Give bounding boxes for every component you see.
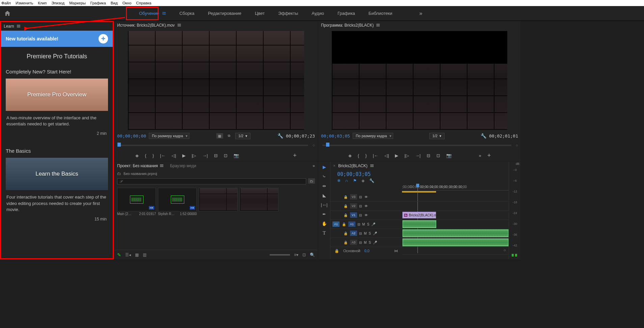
workspace-libraries[interactable]: Библиотеки (369, 11, 392, 16)
play-icon[interactable]: ▶ (182, 153, 186, 158)
wrench-icon[interactable]: 🔧 (277, 133, 283, 139)
audio-clip[interactable] (402, 238, 509, 246)
tutorial-card-basics[interactable]: Learn the Basics Four interactive tutori… (6, 158, 108, 221)
audio-clip[interactable] (402, 229, 509, 237)
eye-icon[interactable]: 👁 (364, 213, 369, 217)
plus-circle-icon[interactable]: + (99, 34, 108, 43)
extract-icon[interactable]: ⊡ (436, 153, 440, 158)
sequence-name[interactable]: Bricks2(BLACK) (338, 163, 368, 168)
track-header-a3[interactable]: 🔒A3⊟MS🎤 (330, 238, 402, 247)
hamburger-icon[interactable] (370, 165, 374, 167)
track-content-area[interactable]: fxBricks2(BLACK).mov ○ (402, 192, 509, 259)
zoom-slider[interactable] (270, 254, 290, 256)
icon-view-icon[interactable]: ▦ (135, 252, 139, 257)
mute-icon[interactable]: M (364, 232, 367, 235)
workspace-effects[interactable]: Эффекты (278, 11, 298, 16)
pen-tool-icon[interactable]: ✒ (320, 211, 328, 217)
go-to-in-icon[interactable]: |← (160, 153, 165, 158)
overwrite-icon[interactable]: ⊡ (224, 153, 227, 158)
export-frame-icon[interactable]: 📷 (446, 153, 452, 158)
track-lane-v3[interactable] (402, 192, 509, 202)
learn-tab-label[interactable]: Learn (4, 24, 14, 29)
program-fit-dropdown[interactable]: По размеру кадра (353, 133, 393, 139)
hand-tool-icon[interactable]: ✋ (320, 220, 328, 227)
lock-icon[interactable]: 🔒 (343, 241, 348, 244)
workspace-color[interactable]: Цвет (255, 11, 265, 16)
toggle-output-icon[interactable]: ⊟ (359, 195, 362, 199)
source-fit-dropdown[interactable]: По размеру кадра (149, 133, 189, 139)
step-fwd-icon[interactable]: |▷ (404, 153, 409, 158)
lock-icon[interactable]: 🔒 (343, 232, 348, 235)
grid-icon[interactable]: ▦ (216, 133, 223, 139)
project-item[interactable]: H4 Stylish R…1:52:00000 (158, 188, 197, 248)
slip-tool-icon[interactable]: |↔| (320, 201, 328, 208)
program-scrubber[interactable]: ○ (321, 142, 518, 149)
search-input[interactable] (117, 178, 306, 184)
project-item[interactable] (199, 188, 238, 248)
workspace-graphics[interactable]: Графика (338, 11, 355, 16)
track-header-v1[interactable]: 🔒V1⊟👁 (330, 211, 402, 220)
go-to-out-icon[interactable]: →| (202, 153, 208, 158)
insert-icon[interactable]: ⊟ (214, 153, 218, 158)
out-point-icon[interactable]: } (365, 153, 367, 158)
snap-icon[interactable]: ❄ (337, 178, 341, 183)
overflow-icon[interactable]: » (419, 10, 422, 17)
menu-edit[interactable]: Изменить (16, 1, 33, 5)
master-value[interactable]: 0,0 (364, 249, 369, 253)
menu-sequence[interactable]: Эпизод (51, 1, 64, 5)
lock-icon[interactable]: 🔒 (334, 249, 339, 253)
overflow-icon[interactable]: » (313, 163, 315, 168)
compare-icon[interactable]: ⧉ (226, 133, 233, 139)
lock-icon[interactable]: 🔒 (343, 195, 348, 199)
source-video-preview[interactable] (128, 31, 304, 130)
marker-icon[interactable]: ◈ (361, 178, 365, 183)
go-to-in-icon[interactable]: |← (373, 153, 378, 158)
menu-view[interactable]: Вид (111, 1, 118, 5)
mic-icon[interactable]: 🎤 (371, 222, 375, 226)
program-video-preview[interactable] (332, 31, 507, 130)
project-item[interactable]: H4 Main [2…2:01:01917 (117, 188, 156, 248)
go-to-out-icon[interactable]: →| (415, 153, 421, 158)
toggle-output-icon[interactable]: ⊟ (359, 213, 362, 217)
lock-icon[interactable]: 🔒 (343, 213, 348, 217)
workspace-editing[interactable]: Редактирование (208, 11, 241, 16)
track-header-a1[interactable]: A1🔒A1⊟MS🎤 (330, 220, 402, 229)
project-item[interactable] (240, 188, 278, 248)
play-icon[interactable]: ▶ (395, 153, 398, 158)
new-tutorials-banner[interactable]: New tutorials available! + (1, 31, 113, 47)
wrench-icon[interactable]: 🔧 (481, 133, 486, 139)
marker-icon[interactable]: ◈ (135, 153, 139, 158)
lock-icon[interactable]: 🔒 (342, 222, 346, 226)
audio-clip[interactable] (402, 220, 436, 228)
track-lane-v1[interactable]: fxBricks2(BLACK).mov (402, 211, 509, 220)
toggle-output-icon[interactable]: ⊟ (357, 222, 360, 226)
solo-icon[interactable]: S (367, 222, 369, 226)
timeline-ruler[interactable]: ;00;00 00;00;02;00 00;00;04;00 00;00;06;… (330, 184, 509, 192)
workspace-audio[interactable]: Аудио (312, 11, 324, 16)
menu-markers[interactable]: Маркеры (69, 1, 86, 5)
chevron-down-icon[interactable]: ○ (504, 248, 506, 252)
export-frame-icon[interactable]: 📷 (234, 153, 239, 158)
toggle-output-icon[interactable]: ⊟ (359, 241, 362, 244)
track-lane-a1[interactable] (402, 220, 509, 229)
ripple-tool-icon[interactable]: ⇹ (320, 182, 328, 189)
razor-tool-icon[interactable]: ◣ (320, 192, 328, 199)
add-button-icon[interactable]: + (293, 152, 297, 159)
track-header-a2[interactable]: 🔒A2⊟MS🎤 (330, 229, 402, 238)
overflow-icon[interactable]: » (479, 153, 481, 158)
source-resolution-dropdown[interactable]: 1/2 ▾ (235, 133, 250, 139)
lift-icon[interactable]: ⊟ (427, 153, 430, 158)
sort-icon[interactable]: ≡▾ (294, 252, 298, 257)
pencil-icon[interactable]: ✎ (117, 252, 121, 258)
menu-help[interactable]: Справка (136, 1, 151, 5)
source-timecode-in[interactable]: 00;00;00;00 (117, 133, 146, 139)
menu-graphics[interactable]: Графика (90, 1, 106, 5)
settings-icon[interactable]: 🔧 (369, 178, 374, 183)
video-clip[interactable]: fxBricks2(BLACK).mov (402, 212, 436, 218)
menu-clip[interactable]: Клип (38, 1, 47, 5)
track-header-v3[interactable]: 🔒V3⊟👁 (330, 192, 402, 202)
track-lane-a2[interactable] (402, 229, 509, 238)
mic-icon[interactable]: 🎤 (373, 241, 377, 244)
out-point-icon[interactable]: } (153, 153, 154, 158)
step-fwd-icon[interactable]: |▷ (192, 153, 196, 158)
